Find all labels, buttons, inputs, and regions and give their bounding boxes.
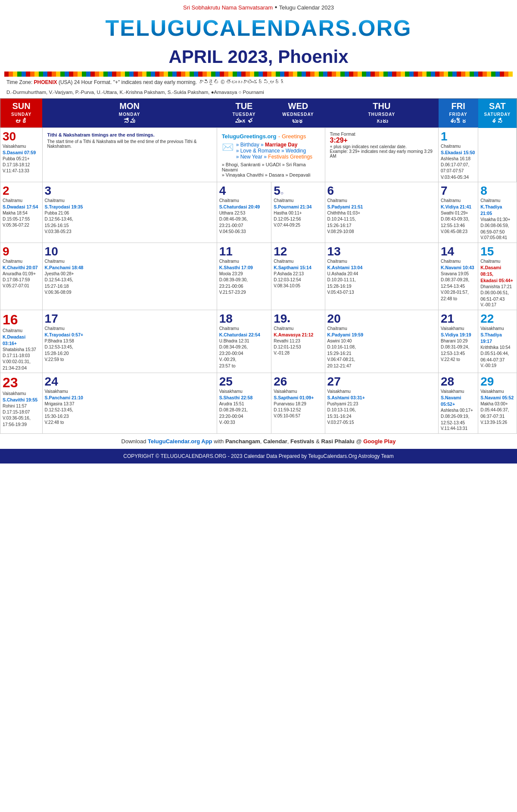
sun-label: SUN [1,101,41,111]
col-wednesday: WED WEDNESDAY బుధ [271,99,325,128]
month-title: APRIL 2023, Phoenix [0,43,517,72]
cell-apr7: 7 Chaitramu K.Vidiya 21:41 Swathi 01:29+… [439,182,478,243]
cell-apr10: 10 Chaitramu K.Panchami 18:48 Jyestha 00… [42,243,217,310]
timezone-info: Time Zone: PHOENIX (USA) 24 Hour Format.… [0,77,517,88]
cell-timeformat: Time Format 3:29+ + plus sign indicates … [325,128,438,182]
legend-text: D.-Durmuhurtham, V.-Varjyam, P.-Purva, U… [0,88,517,98]
cell-apr19: 19● Chaitramu K.Amavasya 21:12 Revathi 1… [271,310,325,373]
cell-greetings: TeluguGreetings.org - Greetings ✉️ » Bir… [217,128,325,182]
cell-apr20: 20 Chaitramu K.Padyami 19:59 Aswini 10:4… [325,310,438,373]
cell-apr14: 14 Chaitramu K.Navami 10:43 Sravana 19:0… [439,243,478,310]
cell-mar31: Tithi & Nakshatram timings are the end t… [42,128,217,182]
week-row-3: 9 Chaitramu K.Chavithi 20:07 Anuradha 01… [0,243,517,310]
subtitle2-text: Telugu Calendar 2023 [279,4,334,11]
cell-apr25: 25 Vaisakhamu S.Shasthi 22:58 Arudra 15:… [217,373,271,434]
envelope-icon: ✉️ [222,142,234,153]
week-row-5: 23 Vaisakhamu S.Chavithi 19:55 Rohini 11… [0,373,517,434]
cell-apr13: 13 Chaitramu K.Ashtami 13:04 U.Ashada 20… [325,243,438,310]
header-row: SUN SUNDAY ఆది MON MONDAY సోమ TUE TUESDA… [0,99,517,128]
cell-apr12: 12 Chaitramu K.Sapthami 15:14 P.Ashada 2… [271,243,325,310]
cell-apr17: 17 Chaitramu K.Trayodasi 0:57+ P.Bhadra … [42,310,217,373]
cell-apr8: 8 Chaitramu K.Thadiya 21:05 Visakha 01:3… [478,182,517,243]
cell-apr15: 15 Chaitramu K.Dasami 08:15, Ekadasi 05:… [478,243,517,310]
cell-apr23: 23 Vaisakhamu S.Chavithi 19:55 Rohini 11… [0,373,43,434]
timezone-city: PHOENIX [34,79,57,85]
cell-apr11: 11 Chaitramu K.Shasthi 17:09 Moola 23:29… [217,243,271,310]
cell-apr18: 18 Chaitramu K.Chaturdasi 22:54 U.Bhadra… [217,310,271,373]
sun-telugu: ఆది [1,118,41,125]
header-subtitle: Sri Sobhakrutu Nama Samvatsaram • Telugu… [0,0,517,13]
cell-apr22: 22 Vaisakhamu S.Thadiya 19:17 Kriththika… [478,310,517,373]
sun-full: SUNDAY [1,112,41,117]
cell-apr5: 5○ Chaitramu S.Pournami 21:34 Hastha 00:… [271,182,325,243]
footer-copyright: COPYRIGHT © TELUGUCALENDARS.ORG - 2023 C… [0,449,517,464]
header-top: Sri Sobhakrutu Nama Samvatsaram • Telugu… [0,0,517,98]
week-row-2: 2 Chaitramu S.Dwadasi 17:54 Makha 18:54 … [0,182,517,243]
cell-apr24: 24 Vaisakhamu S.Panchami 21:10 Mrigasira… [42,373,217,434]
week-row-4: 16 Chaitramu K.Dwadasi 03:16+ Shatabisha… [0,310,517,373]
site-title: TELUGUCALENDARS.ORG [0,13,517,43]
dot-separator: • [275,3,279,11]
col-thursday: THU THURSDAY గురు [325,99,438,128]
calendar-table: SUN SUNDAY ఆది MON MONDAY సోమ TUE TUESDA… [0,98,517,434]
cell-apr2: 2 Chaitramu S.Dwadasi 17:54 Makha 18:54 … [0,182,43,243]
col-saturday: SAT SATURDAY శని [478,99,517,128]
footer-download: Download TeluguCalendar.org App with Pan… [0,434,517,449]
cell-apr3: 3 Chaitramu S.Trayodasi 19:35 Pubba 21:0… [42,182,217,243]
cell-apr28: 28 Vaisakhamu S.Navami 05:52+ Ashlesha 0… [439,373,478,434]
google-play-link[interactable]: Google Play [363,438,396,445]
decorative-border [4,72,513,77]
site-title-text: TELUGUCALENDARS.ORG [0,15,517,41]
cell-apr4: 4 Chaitramu S.Chaturdasi 20:49 Utthara 2… [217,182,271,243]
col-monday: MON MONDAY సోమ [42,99,217,128]
cell-apr26: 26 Vaisakhamu S.Sapthami 01:09+ Punarvas… [271,373,325,434]
cell-apr16: 16 Chaitramu K.Dwadasi 03:16+ Shatabisha… [0,310,43,373]
cell-apr29: 29 Vaisakhamu S.Navami 05:52 Makha 03:00… [478,373,517,434]
cell-apr9: 9 Chaitramu K.Chavithi 20:07 Anuradha 01… [0,243,43,310]
week-row-1: 30 Vaisakhamu S.Dasami 07:59 Pubba 05:21… [0,128,517,182]
col-sunday: SUN SUNDAY ఆది [0,99,43,128]
subtitle-text: Sri Sobhakrutu Nama Samvatsaram [183,4,273,11]
cell-mar30: 30 Vaisakhamu S.Dasami 07:59 Pubba 05:21… [0,128,43,182]
cell-apr21: 21 Vaisakhamu S.Vidiya 19:19 Bharani 10:… [439,310,478,373]
col-tuesday: TUE TUESDAY మంగళ [217,99,271,128]
cell-apr27: 27 Vaisakhamu S.Ashtami 03:31+ Pushyami … [325,373,438,434]
col-friday: FRI FRIDAY శుక్ర [439,99,478,128]
telugu-calendar-link[interactable]: TeluguCalendar.org App [148,438,212,445]
copyright-text: COPYRIGHT © TELUGUCALENDARS.ORG - 2023 C… [123,453,394,459]
month-title-text: APRIL 2023, Phoenix [0,47,517,67]
cell-apr1: 1 Chaitramu S.Ekadasi 15:50 Ashlesha 16:… [439,128,478,182]
cell-apr6: 6 Chaitramu S.Padyami 21:51 Chiththha 01… [325,182,438,243]
